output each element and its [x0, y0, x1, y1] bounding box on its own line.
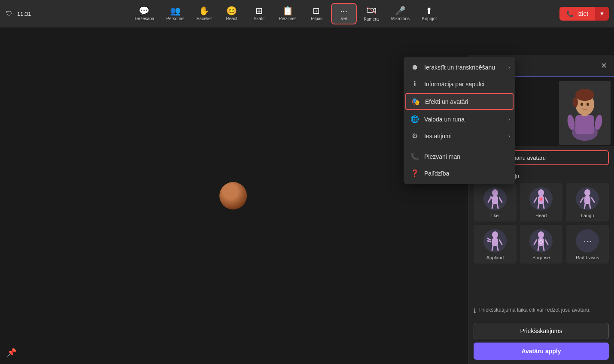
- avatar-effects-label: Efekti un avatāri: [425, 98, 468, 105]
- svg-line-42: [538, 246, 539, 250]
- reaction-show-all[interactable]: ··· Rādīt visus: [566, 225, 609, 264]
- react-label: React: [226, 16, 237, 21]
- reaction-laugh[interactable]: Laugh: [566, 183, 609, 221]
- help-icon: ❓: [410, 169, 419, 177]
- apply-button[interactable]: Avatāru apply: [474, 343, 609, 360]
- camera-icon: [367, 6, 376, 15]
- participant-avatar: [219, 182, 247, 209]
- svg-line-23: [538, 204, 539, 208]
- dropdown-item-call[interactable]: 📞 Piezvani man: [404, 148, 515, 165]
- main-area: ⏺ Ierakstīt un transkribēšanu › ℹ Inform…: [0, 27, 614, 364]
- camera-button[interactable]: Kamera: [359, 4, 384, 24]
- settings-label: Iestatījumi: [424, 133, 452, 140]
- language-arrow: ›: [508, 116, 510, 122]
- dropdown-item-settings[interactable]: ⚙ Iestatījumi ›: [404, 127, 515, 144]
- chat-button[interactable]: 💬 Tērzēšana: [129, 4, 159, 24]
- info-icon: ℹ: [410, 80, 419, 88]
- view-button[interactable]: ⊞ Skatīt: [246, 4, 272, 24]
- dropdown-item-help[interactable]: ❓ Palīdzība: [404, 165, 515, 182]
- dropdown-item-info[interactable]: ℹ Informācija par sapulci: [404, 76, 515, 92]
- svg-rect-32: [492, 238, 498, 246]
- svg-point-19: [538, 189, 544, 196]
- svg-point-38: [538, 231, 544, 238]
- svg-line-18: [497, 204, 498, 208]
- svg-point-13: [492, 189, 498, 196]
- svg-rect-14: [492, 196, 498, 204]
- more-button[interactable]: ··· Vēl: [331, 3, 357, 24]
- language-label: Valoda un runa: [424, 116, 465, 123]
- view-label: Skatīt: [254, 16, 265, 21]
- svg-rect-26: [584, 196, 590, 204]
- exit-label: Iziet: [577, 10, 588, 17]
- svg-line-27: [581, 198, 583, 202]
- svg-rect-39: [538, 238, 544, 246]
- svg-line-22: [545, 198, 548, 202]
- svg-line-34: [492, 246, 493, 250]
- chevron-down-icon: ▼: [599, 11, 605, 17]
- info-circle-icon: ℹ: [474, 307, 476, 314]
- svg-line-29: [584, 204, 585, 208]
- rooms-icon: ⊡: [313, 6, 320, 15]
- heart-icon: [529, 187, 553, 210]
- raise-label: Paceliet: [197, 16, 212, 21]
- mic-button[interactable]: 🎤 Mikrofons: [386, 4, 415, 24]
- svg-line-41: [545, 240, 548, 244]
- reactions-grid: tike Heart: [474, 183, 609, 264]
- svg-point-10: [587, 103, 589, 106]
- record-icon: ⏺: [410, 64, 419, 71]
- share-button[interactable]: ⬆ Kopīgot: [416, 4, 442, 24]
- tike-icon: [483, 187, 507, 210]
- notes-label: Piezīmes: [279, 16, 297, 21]
- rooms-label: Telpas: [310, 16, 322, 21]
- svg-rect-0: [367, 8, 373, 12]
- settings-arrow: ›: [508, 133, 510, 139]
- svg-line-36: [487, 238, 491, 240]
- preview-button[interactable]: Priekšskatījums: [474, 323, 609, 339]
- chat-icon: 💬: [139, 6, 149, 15]
- avatar-effects-icon: 🎭: [411, 97, 420, 106]
- panel-bottom: Priekšskatījums Avatāru apply: [468, 318, 614, 364]
- info-row: ℹ Priekšskatījuma laikā citi var redzēt …: [468, 303, 614, 318]
- mic-icon: 🎤: [395, 6, 406, 15]
- topbar: 🛡 11:31 💬 Tērzēšana 👥 Personas ✋ Pacelie…: [0, 0, 614, 27]
- exit-button[interactable]: 📞 Iziet: [559, 7, 595, 21]
- svg-line-21: [534, 198, 537, 202]
- rooms-button[interactable]: ⊡ Telpas: [304, 4, 329, 24]
- people-label: Personas: [166, 16, 184, 21]
- people-icon: 👥: [170, 6, 181, 15]
- applaud-label: Applaud: [486, 255, 504, 260]
- reaction-surprise[interactable]: Surprise: [520, 225, 563, 264]
- reaction-applaud[interactable]: Applaud: [474, 225, 517, 264]
- avatar-image: [219, 182, 247, 209]
- avatar-svg: [563, 83, 606, 143]
- call-label: Piezvani man: [424, 153, 460, 160]
- exit-arrow-button[interactable]: ▼: [595, 7, 609, 21]
- dropdown-item-language[interactable]: 🌐 Valoda un runa ›: [404, 111, 515, 127]
- reactions-section: ▾ Avatāra reakciju: [468, 170, 614, 303]
- language-icon: 🌐: [410, 115, 419, 123]
- camera-label: Kamera: [364, 17, 379, 21]
- pin-icon: 📌: [7, 348, 16, 357]
- svg-point-31: [492, 231, 498, 238]
- notes-button[interactable]: 📋 Piezīmes: [274, 4, 302, 24]
- svg-line-43: [543, 246, 544, 250]
- close-button[interactable]: ✕: [601, 61, 607, 70]
- reaction-heart[interactable]: Heart: [520, 183, 563, 221]
- svg-line-24: [543, 204, 544, 208]
- surprise-label: Surprise: [532, 255, 550, 260]
- show-all-label: Rādīt visus: [576, 255, 599, 260]
- react-button[interactable]: 😊 React: [219, 4, 245, 24]
- svg-line-40: [534, 240, 537, 244]
- dropdown-item-record[interactable]: ⏺ Ierakstīt un transkribēšanu ›: [404, 59, 515, 76]
- laugh-label: Laugh: [581, 213, 594, 218]
- heart-label: Heart: [535, 213, 547, 218]
- share-icon: ⬆: [426, 6, 433, 15]
- svg-line-15: [488, 198, 491, 202]
- reaction-tike[interactable]: tike: [474, 183, 517, 221]
- help-label: Palīdzība: [424, 170, 449, 177]
- svg-point-8: [573, 97, 578, 107]
- raise-button[interactable]: ✋ Paceliet: [191, 4, 217, 24]
- dropdown-item-avatar[interactable]: 🎭 Efekti un avatāri: [405, 93, 514, 110]
- view-icon: ⊞: [255, 6, 263, 15]
- people-button[interactable]: 👥 Personas: [161, 4, 189, 24]
